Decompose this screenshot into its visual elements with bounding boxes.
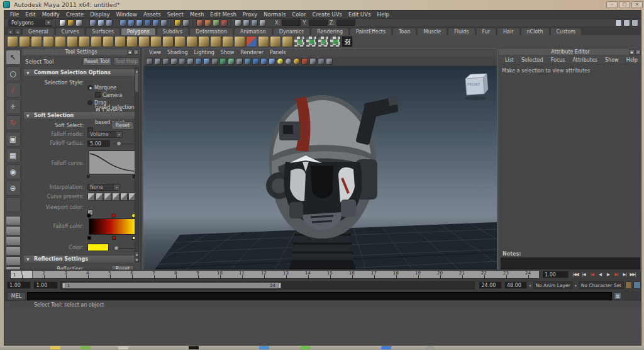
taskbar-item[interactable]: [80, 346, 91, 349]
taskbar-item[interactable]: [189, 346, 199, 349]
bookmarks-icon[interactable]: [170, 58, 177, 65]
frame-14[interactable]: 14: [297, 271, 319, 278]
snap-to-points-icon[interactable]: [136, 20, 143, 26]
shelf-icon-poly-prism[interactable]: [79, 36, 90, 47]
shelf-icon-bridge[interactable]: [270, 36, 281, 47]
scroll-up2-icon[interactable]: ▲: [135, 251, 139, 256]
image-plane-icon[interactable]: [179, 58, 186, 65]
shelf-tab-deformation[interactable]: Deformation: [189, 28, 233, 35]
show-manipulator-tool[interactable]: ⊕: [6, 181, 21, 196]
auto-keyframe-icon[interactable]: [625, 281, 633, 289]
frame-10[interactable]: 10: [209, 271, 231, 278]
animation-end-field[interactable]: 48.00: [504, 281, 528, 289]
attribute-editor-menu-focus[interactable]: Focus: [547, 56, 569, 64]
ramp-stop-black-icon[interactable]: [87, 213, 91, 218]
smooth-shade-icon[interactable]: [195, 58, 202, 65]
menu-normals[interactable]: Normals: [260, 11, 289, 19]
scrollbar-thumb[interactable]: [135, 73, 138, 92]
frame-3[interactable]: 3: [55, 271, 77, 278]
rotate-tool[interactable]: ↻: [6, 115, 21, 130]
color-swatch[interactable]: [87, 244, 109, 251]
attribute-editor-menu-help[interactable]: Help: [623, 56, 641, 64]
menu-window[interactable]: Window: [113, 11, 140, 19]
attribute-editor-menu-list[interactable]: List: [501, 56, 518, 64]
step-forward-key-button[interactable]: ▶|: [613, 271, 620, 278]
go-to-start-button[interactable]: |◀◀: [572, 271, 579, 278]
view-cube-front-label[interactable]: FRONT: [467, 82, 480, 86]
ramp-key-red-selected-icon[interactable]: ×: [112, 236, 116, 240]
toggle-attribute-editor-icon[interactable]: [615, 20, 622, 26]
script-editor-icon[interactable]: ≣: [614, 292, 621, 300]
y-input[interactable]: [309, 20, 328, 26]
wireframe-icon[interactable]: [187, 58, 194, 65]
snap-to-grids-icon[interactable]: [119, 20, 126, 26]
shadows-icon[interactable]: [301, 58, 308, 65]
scroll-up-icon[interactable]: ▲: [135, 68, 139, 73]
shelf-icon-cylindrical-mapping[interactable]: [306, 36, 317, 47]
panel-detach-icon[interactable]: ▪: [629, 49, 635, 55]
points-icon[interactable]: [219, 58, 226, 65]
default-material-icon[interactable]: [228, 58, 235, 65]
taskbar-item[interactable]: [425, 346, 435, 349]
step-back-frame-button[interactable]: |◀: [580, 271, 587, 278]
shelf-menu-icon[interactable]: ▾: [7, 28, 14, 35]
menu-create[interactable]: Create: [63, 11, 87, 19]
frame-18[interactable]: 18: [385, 271, 407, 278]
frame-6[interactable]: 6: [121, 271, 143, 278]
render-settings-icon[interactable]: [259, 20, 266, 26]
toggle-channel-box-icon[interactable]: [631, 20, 638, 26]
character-set-selector[interactable]: No Character Set: [579, 281, 624, 289]
color-slider[interactable]: [113, 245, 135, 251]
shelf-tab-animation[interactable]: Animation: [234, 28, 272, 35]
preset-medium-icon[interactable]: [96, 193, 103, 201]
shelf-icon-spherical-mapping[interactable]: [318, 36, 329, 47]
lock-camera-icon[interactable]: [154, 58, 161, 65]
frame-24[interactable]: 24: [517, 271, 539, 278]
universal-manipulator-tool[interactable]: ▦: [6, 148, 21, 163]
shelf-tab-dynamics[interactable]: Dynamics: [273, 28, 310, 35]
playback-start-field[interactable]: 1.00: [33, 281, 57, 289]
frame-15[interactable]: 15: [319, 271, 341, 278]
falloff-radius-input[interactable]: 5.00: [87, 140, 110, 147]
falloff-radius-slider[interactable]: [114, 140, 134, 147]
shelf-tab-custom[interactable]: Custom: [550, 28, 582, 35]
animation-start-field[interactable]: 1.00: [7, 281, 31, 289]
frame-ruler[interactable]: 1 12345678910111213141516171819202122232…: [10, 270, 540, 279]
scale-tool[interactable]: ▣: [6, 132, 21, 147]
lock-selection-icon[interactable]: [174, 20, 181, 26]
textured-icon[interactable]: [203, 58, 210, 65]
scroll-down-icon[interactable]: ▼: [135, 257, 139, 262]
ramp-key-black-icon[interactable]: [87, 236, 91, 240]
attribute-editor-menu-show[interactable]: Show: [601, 56, 623, 64]
shelf-icon-combine[interactable]: [150, 36, 162, 47]
menu-select[interactable]: Select: [164, 11, 187, 19]
menu-modify[interactable]: Modify: [39, 11, 63, 19]
reset-tool-button[interactable]: Reset Tool: [82, 57, 111, 65]
shelf-tab-ncloth[interactable]: nCloth: [521, 28, 550, 35]
shelf-tab-subdivs[interactable]: Subdivs: [157, 28, 189, 35]
select-by-hierarchy-icon[interactable]: [89, 20, 96, 26]
construction-history-icon[interactable]: [213, 20, 219, 26]
curve-start-handle-icon[interactable]: [87, 175, 90, 178]
ramp-stop-red-icon[interactable]: [111, 213, 116, 218]
frame-13[interactable]: 13: [275, 271, 297, 278]
soft-modification-tool[interactable]: ◉: [6, 164, 21, 179]
range-track[interactable]: 1 24: [60, 281, 475, 290]
frame-8[interactable]: 8: [165, 271, 187, 278]
render-current-frame-icon[interactable]: [243, 20, 250, 26]
layout-two-pane-side-by-side[interactable]: [6, 226, 21, 235]
highlight-selection-icon[interactable]: [182, 20, 189, 26]
menu-edit-uvs[interactable]: Edit UVs: [345, 11, 374, 19]
frame-5[interactable]: 5: [99, 271, 121, 278]
select-tool[interactable]: ↖: [6, 50, 21, 65]
menu-set-selector[interactable]: Polygons ▾: [8, 20, 52, 26]
frame-7[interactable]: 7: [143, 271, 165, 278]
playback-end-field[interactable]: 24.00: [479, 281, 502, 289]
play-backwards-button[interactable]: ◀: [596, 271, 604, 278]
menu-help[interactable]: Help: [374, 11, 392, 19]
layout-three-pane-split[interactable]: [6, 246, 21, 256]
frame-16[interactable]: 16: [341, 271, 363, 278]
play-forwards-button[interactable]: ▶: [604, 271, 612, 278]
shelf-icon-booleans-union[interactable]: [186, 36, 197, 47]
field-chart-icon[interactable]: [318, 58, 325, 65]
